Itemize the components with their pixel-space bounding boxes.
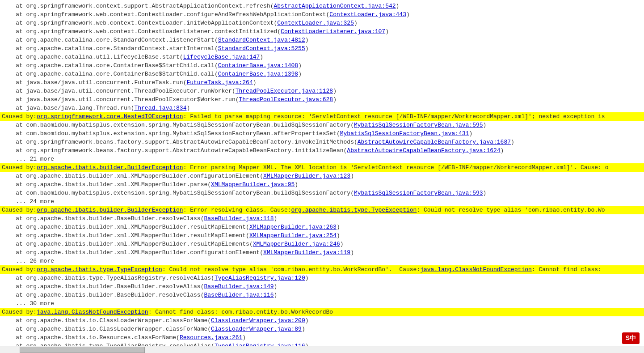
at-after: ) <box>305 44 309 53</box>
at-link[interactable]: ThreadPoolExecutor.java:1128 <box>236 87 333 95</box>
at-link[interactable]: XMLMapperBuilder.java:263 <box>249 223 337 231</box>
at-link[interactable]: AbstractAutowireCapableBeanFactory.java:… <box>358 138 511 146</box>
log-line-35: ... 30 more <box>0 299 644 308</box>
at-link[interactable]: XMLMapperBuilder.java:246 <box>253 240 340 248</box>
caused-by-link[interactable]: java.lang.ClassNotFoundException <box>37 308 148 316</box>
log-line-13: Caused by: org.springframework.core.Nest… <box>0 112 644 121</box>
caused-by-prefix: Caused by: <box>2 112 37 121</box>
at-after: ) <box>350 248 354 257</box>
ellipsis-text: ... 26 more <box>2 257 54 265</box>
at-text: at com.baomidou.mybatisplus.extension.sp… <box>2 189 354 197</box>
at-link[interactable]: StandardContext.java:4812 <box>218 36 305 44</box>
at-text: at org.apache.ibatis.io.Resources.classF… <box>2 333 180 342</box>
at-link[interactable]: MybatisSqlSessionFactoryBean.java:431 <box>340 129 469 138</box>
at-link[interactable]: ContextLoader.java:325 <box>277 19 354 27</box>
at-text: at java.base/java.util.concurrent.Future… <box>2 78 186 87</box>
at-text: at org.apache.ibatis.io.ClassLoaderWrapp… <box>2 316 211 325</box>
caused-by-link[interactable]: org.apache.ibatis.builder.BuilderExcepti… <box>37 163 183 172</box>
at-link[interactable]: ContainerBase.java:1408 <box>218 61 298 70</box>
at-text: at org.apache.catalina.core.StandardCont… <box>2 36 218 44</box>
log-line-11: at java.base/java.util.concurrent.Thread… <box>0 95 644 104</box>
at-after: ) <box>354 19 358 27</box>
at-link[interactable]: ClassLoaderWrapper.java:200 <box>211 316 305 325</box>
log-line-20: at org.apache.ibatis.builder.xml.XMLMapp… <box>0 172 644 180</box>
at-link[interactable]: Thread.java:834 <box>134 104 186 112</box>
at-after: ) <box>340 240 344 248</box>
at-link[interactable]: XMLMapperBuilder.java:119 <box>263 248 350 257</box>
at-text: at org.apache.catalina.util.LifecycleBas… <box>2 53 183 61</box>
caused-by-link2[interactable]: java.lang.ClassNotFoundException <box>420 265 532 274</box>
at-link[interactable]: BaseBuilder.java:118 <box>204 214 274 223</box>
at-text: at java.base/java.util.concurrent.Thread… <box>2 95 239 104</box>
caused-by-link[interactable]: org.apache.ibatis.builder.BuilderExcepti… <box>37 206 183 214</box>
caused-by-link[interactable]: org.springframework.core.NestedIOExcepti… <box>37 112 183 121</box>
ellipsis-text: ... 21 more <box>2 155 54 163</box>
at-text: at org.apache.ibatis.builder.xml.XMLMapp… <box>2 231 249 240</box>
log-line-28: at org.apache.ibatis.builder.xml.XMLMapp… <box>0 240 644 248</box>
log-line-16: at org.springframework.beans.factory.sup… <box>0 138 644 146</box>
at-link[interactable]: StandardContext.java:5255 <box>218 44 305 53</box>
at-link[interactable]: AbstractAutowireCapableBeanFactory.java:… <box>347 146 500 155</box>
caused-by-prefix: Caused by: <box>2 308 37 316</box>
at-text: at org.apache.catalina.core.ContainerBas… <box>2 70 218 78</box>
log-line-15: at com.baomidou.mybatisplus.extension.sp… <box>0 129 644 138</box>
caused-by-prefix: Caused by: <box>2 265 37 274</box>
log-content: at org.springframework.context.support.A… <box>0 0 644 352</box>
at-link[interactable]: MybatisSqlSessionFactoryBean.java:595 <box>354 121 483 129</box>
at-text: at com.baomidou.mybatisplus.extension.sp… <box>2 129 340 138</box>
at-link[interactable]: TypeAliasRegistry.java:120 <box>215 274 305 282</box>
at-link[interactable]: ClassLoaderWrapper.java:89 <box>211 325 302 333</box>
at-link[interactable]: Resources.java:261 <box>180 333 242 342</box>
log-line-23: ... 24 more <box>0 197 644 206</box>
log-line-2: at org.springframework.web.context.Conte… <box>0 19 644 27</box>
at-link[interactable]: XMLMapperBuilder.java:95 <box>211 180 295 189</box>
at-after: ) <box>274 291 278 299</box>
log-line-17: at org.springframework.beans.factory.sup… <box>0 146 644 155</box>
log-container[interactable]: at org.springframework.context.support.A… <box>0 0 644 353</box>
at-link[interactable]: AbstractApplicationContext.java:542 <box>274 2 396 10</box>
at-link[interactable]: BaseBuilder.java:149 <box>204 282 274 291</box>
at-text: at org.springframework.beans.factory.sup… <box>2 138 358 146</box>
at-text: at java.base/java.util.concurrent.Thread… <box>2 87 236 95</box>
at-link[interactable]: BaseBuilder.java:116 <box>204 291 274 299</box>
at-text: at org.apache.ibatis.builder.xml.XMLMapp… <box>2 180 211 189</box>
log-line-22: at com.baomidou.mybatisplus.extension.sp… <box>0 189 644 197</box>
caused-by-suffix: : Error resolving class. Cause: <box>183 206 291 214</box>
at-link[interactable]: FutureTask.java:264 <box>186 78 253 87</box>
log-line-32: at org.apache.ibatis.type.TypeAliasRegis… <box>0 274 644 282</box>
log-line-37: at org.apache.ibatis.io.ClassLoaderWrapp… <box>0 316 644 325</box>
log-line-18: ... 21 more <box>0 155 644 163</box>
at-after: ) <box>305 274 309 282</box>
caused-by-suffix2: : Could not resolve type alias 'com.riba… <box>417 206 605 214</box>
caused-by-link2[interactable]: org.apache.ibatis.type.TypeException <box>291 206 417 214</box>
at-text: at org.apache.ibatis.builder.xml.XMLMapp… <box>2 172 263 180</box>
at-link[interactable]: ContextLoader.java:443 <box>329 10 406 19</box>
at-link[interactable]: XMLMapperBuilder.java:254 <box>249 231 337 240</box>
at-text: at org.springframework.web.context.Conte… <box>2 19 277 27</box>
log-line-33: at org.apache.ibatis.builder.BaseBuilder… <box>0 282 644 291</box>
at-after: ) <box>396 2 400 10</box>
log-line-19: Caused by: org.apache.ibatis.builder.Bui… <box>0 163 644 172</box>
at-after: ) <box>302 325 305 333</box>
at-text: at org.apache.catalina.core.StandardCont… <box>2 44 218 53</box>
log-line-39: at org.apache.ibatis.io.Resources.classF… <box>0 333 644 342</box>
log-line-1: at org.springframework.web.context.Conte… <box>0 10 644 19</box>
caused-by-suffix2: : Cannot find class: <box>532 265 602 274</box>
caused-by-link[interactable]: org.apache.ibatis.type.TypeException <box>37 265 162 274</box>
at-link[interactable]: ContainerBase.java:1398 <box>218 70 298 78</box>
at-link[interactable]: MybatisSqlSessionFactoryBean.java:593 <box>354 189 483 197</box>
at-link[interactable]: LifecycleBase.java:147 <box>183 53 260 61</box>
at-after: ) <box>337 223 340 231</box>
log-line-5: at org.apache.catalina.core.StandardCont… <box>0 44 644 53</box>
scrollbar-thumb[interactable] <box>20 347 145 353</box>
horizontal-scrollbar[interactable] <box>0 346 644 353</box>
at-link[interactable]: XMLMapperBuilder.java:123 <box>263 172 350 180</box>
at-text: at com.baomidou.mybatisplus.extension.sp… <box>2 121 354 129</box>
at-text: at org.apache.ibatis.builder.xml.XMLMapp… <box>2 223 249 231</box>
at-link[interactable]: ThreadPoolExecutor.java:628 <box>239 95 333 104</box>
caused-by-prefix: Caused by: <box>2 163 37 172</box>
at-after: ) <box>511 138 514 146</box>
at-link[interactable]: ContextLoaderListener.java:107 <box>281 27 385 36</box>
caused-by-suffix: : Error parsing Mapper XML. The XML loca… <box>183 163 609 172</box>
log-line-14: at com.baomidou.mybatisplus.extension.sp… <box>0 121 644 129</box>
